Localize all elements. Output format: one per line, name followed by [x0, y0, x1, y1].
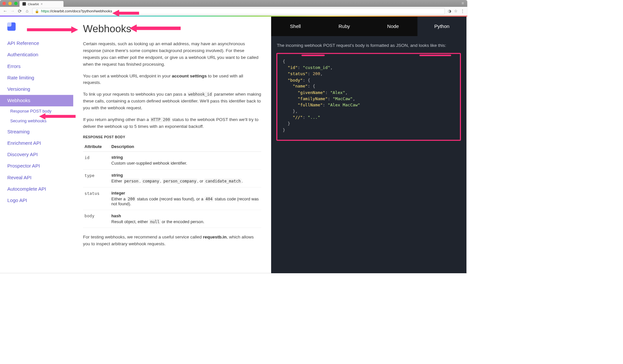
- reload-button[interactable]: ⟳: [18, 8, 22, 14]
- sidebar-item-enrichment-api[interactable]: Enrichment API: [0, 137, 73, 149]
- lang-tab-ruby[interactable]: Ruby: [320, 17, 369, 36]
- annotation-underline-1: [301, 55, 325, 56]
- back-button[interactable]: ←: [3, 8, 7, 14]
- maximize-window-button[interactable]: [14, 2, 18, 5]
- lang-tab-python[interactable]: Python: [418, 17, 466, 36]
- lock-icon: 🔒: [35, 9, 39, 13]
- annotation-arrow-webhooks-nav: [39, 112, 76, 121]
- svg-marker-0: [112, 10, 139, 17]
- requestbin-paragraph: For testing webhooks, we recommend a use…: [83, 234, 261, 247]
- retry-paragraph: If you return anything other than a HTTP…: [83, 116, 261, 130]
- clearbit-logo[interactable]: [7, 22, 16, 31]
- close-window-button[interactable]: [3, 2, 6, 5]
- http-200-code: HTTP 200: [150, 117, 171, 122]
- code-description: The incoming webhook POST request's body…: [271, 36, 466, 53]
- url-protocol: https: [41, 9, 49, 13]
- sidebar-item-versioning[interactable]: Versioning: [0, 84, 73, 95]
- lang-tab-shell[interactable]: Shell: [271, 17, 320, 36]
- browser-tab[interactable]: Clearbit ×: [20, 1, 63, 7]
- sidebar-item-discovery-api[interactable]: Discovery API: [0, 149, 73, 160]
- attribute-table: Attribute Description id stringCustom us…: [83, 142, 261, 228]
- sidebar: API Reference Authentication Errors Rate…: [0, 17, 73, 273]
- webhook-id-paragraph: To link up your requests to webhooks you…: [83, 91, 261, 112]
- forward-button[interactable]: →: [10, 8, 15, 14]
- sidebar-item-rate-limiting[interactable]: Rate limiting: [0, 72, 73, 83]
- window-titlebar: Clearbit × ≡: [0, 0, 467, 7]
- sidebar-item-errors[interactable]: Errors: [0, 61, 73, 72]
- bookmark-icon[interactable]: ☆: [454, 9, 458, 13]
- sidebar-item-autocomplete-api[interactable]: Autocomplete API: [0, 183, 73, 195]
- requestbin-link[interactable]: requestb.in: [203, 235, 227, 239]
- annotation-arrow-title: [130, 23, 181, 33]
- table-row: body hashResult object, either null or t…: [83, 210, 261, 228]
- browser-menu-icon[interactable]: ⋮: [461, 9, 464, 13]
- home-button[interactable]: ⌂: [25, 8, 30, 14]
- intro-paragraph: Certain requests, such as looking up an …: [83, 41, 261, 68]
- favicon: [22, 2, 26, 6]
- sidebar-item-prospector-api[interactable]: Prospector API: [0, 160, 73, 172]
- url-host: ://clearbit.com: [49, 9, 72, 13]
- account-settings-paragraph: You can set a webhook URL endpoint in yo…: [83, 73, 261, 86]
- table-row: type stringEither person, company, perso…: [83, 169, 261, 187]
- svg-marker-3: [39, 113, 76, 120]
- sidebar-item-authentication[interactable]: Authentication: [0, 49, 73, 61]
- sidebar-item-streaming[interactable]: Streaming: [0, 126, 73, 137]
- lang-tab-node[interactable]: Node: [369, 17, 418, 36]
- th-attribute: Attribute: [83, 142, 110, 152]
- webhook-id-code: webhook_id: [187, 92, 213, 97]
- address-bar[interactable]: 🔒 https://clearbit.com/docs?python#webho…: [32, 8, 445, 14]
- close-tab-icon[interactable]: ×: [41, 2, 43, 6]
- browser-toolbar: ← → ⟳ ⌂ 🔒 https://clearbit.com/docs?pyth…: [0, 7, 467, 16]
- table-row: status integerEither a 200 status code (…: [83, 187, 261, 210]
- window-menu-icon[interactable]: ≡: [462, 1, 464, 6]
- sidebar-item-api-reference[interactable]: API Reference: [0, 38, 73, 49]
- annotation-arrow-url: [112, 9, 139, 18]
- response-post-body-heading: RESPONSE POST BODY: [83, 135, 261, 139]
- url-path: /docs?python#webhooks: [72, 9, 112, 13]
- svg-marker-1: [27, 26, 78, 33]
- table-row: id stringCustom user-supplied webhook id…: [83, 152, 261, 169]
- annotation-underline-2: [420, 55, 451, 56]
- account-settings-link[interactable]: account settings: [172, 73, 207, 78]
- sidebar-item-webhooks[interactable]: Webhooks: [0, 95, 73, 106]
- code-block: { "id": "custom_id", "status": 200, "bod…: [276, 53, 461, 141]
- sidebar-item-reveal-api[interactable]: Reveal API: [0, 172, 73, 183]
- tab-title: Clearbit: [28, 2, 39, 6]
- sidebar-item-logo-api[interactable]: Logo API: [0, 195, 73, 206]
- autofill-icon[interactable]: ◑: [448, 9, 451, 13]
- minimize-window-button[interactable]: [8, 2, 12, 5]
- th-description: Description: [110, 142, 261, 152]
- language-tabs: Shell Ruby Node Python: [271, 17, 466, 36]
- svg-marker-2: [130, 24, 181, 32]
- annotation-arrow-sidebar: [27, 25, 78, 34]
- main-content: Webhooks Certain requests, such as looki…: [73, 17, 271, 273]
